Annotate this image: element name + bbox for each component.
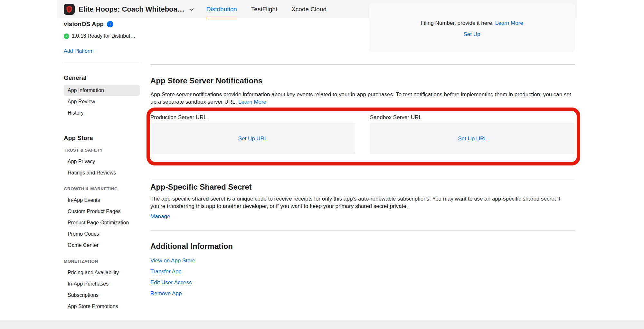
sidebar-item-subscriptions[interactable]: Subscriptions [64, 289, 140, 301]
group-label-monetization: MONETIZATION [64, 258, 140, 264]
general-nav: App Information App Review History [64, 85, 140, 118]
app-store-connect-page: Elite Hoops: Coach Whiteboa… Distributio… [0, 0, 644, 329]
group-label-trust-safety: TRUST & SAFETY [64, 147, 140, 153]
add-platform-link[interactable]: Add Platform [64, 48, 93, 54]
transfer-app-link[interactable]: Transfer App [150, 268, 195, 275]
sandbox-server-url-label: Sandbox Server URL [370, 114, 422, 121]
version-status: 1.0.13 Ready for Distribut… [72, 33, 135, 39]
monetization-nav: Pricing and Availability In-App Purchase… [64, 267, 140, 312]
server-notifications-learn-more-link[interactable]: Learn More [238, 99, 266, 105]
section-divider [150, 178, 575, 178]
sidebar-item-history[interactable]: History [64, 107, 140, 118]
sidebar-item-app-privacy[interactable]: App Privacy [64, 156, 140, 167]
server-notifications-text: App Store server notifications provide i… [150, 91, 571, 105]
sidebar-item-product-page-optimization[interactable]: Product Page Optimization [64, 217, 140, 228]
sidebar-item-in-app-purchases[interactable]: In-App Purchases [64, 278, 140, 289]
production-server-url-label: Production Server URL [150, 114, 207, 121]
sidebar-item-app-information[interactable]: App Information [64, 85, 140, 96]
sidebar: visionOS App + ✓ 1.0.13 Ready for Distri… [64, 18, 140, 312]
shared-secret-description: The app-specific shared secret is a uniq… [150, 195, 575, 210]
platform-header: visionOS App + [64, 20, 140, 28]
filing-set-up-link[interactable]: Set Up [464, 31, 480, 37]
trust-safety-nav: App Privacy Ratings and Reviews [64, 156, 140, 178]
add-platform-plus-icon[interactable]: + [107, 21, 113, 27]
general-heading: General [64, 74, 140, 82]
production-set-up-url-link[interactable]: Set Up URL [238, 136, 268, 142]
additional-information-title: Additional Information [150, 241, 233, 251]
section-divider [150, 230, 575, 231]
sidebar-item-app-review[interactable]: App Review [64, 96, 140, 107]
sandbox-server-url-box: Set Up URL [370, 123, 575, 154]
filing-number-card: Filing Number, provide it here. Learn Mo… [369, 3, 575, 52]
sandbox-set-up-url-link[interactable]: Set Up URL [458, 136, 487, 142]
server-notifications-description: App Store server notifications provide i… [150, 91, 575, 106]
manage-link[interactable]: Manage [150, 213, 170, 220]
view-on-app-store-link[interactable]: View on App Store [150, 257, 195, 264]
group-label-growth-marketing: GROWTH & MARKETING [64, 185, 140, 192]
checkmark-icon: ✓ [64, 33, 69, 39]
filing-number-label: Filing Number, provide it here. [421, 20, 494, 26]
growth-marketing-nav: In-App Events Custom Product Pages Produ… [64, 194, 140, 251]
sidebar-divider [64, 64, 140, 64]
sidebar-item-custom-product-pages[interactable]: Custom Product Pages [64, 206, 140, 217]
additional-links: View on App Store Transfer App Edit User… [150, 257, 195, 297]
platform-title: visionOS App [64, 21, 104, 28]
filing-number-text: Filing Number, provide it here. Learn Mo… [369, 20, 575, 27]
sidebar-item-app-store-promotions[interactable]: App Store Promotions [64, 301, 140, 312]
shared-secret-title: App-Specific Shared Secret [150, 182, 252, 192]
version-status-row[interactable]: ✓ 1.0.13 Ready for Distribut… [64, 32, 140, 40]
sidebar-item-promo-codes[interactable]: Promo Codes [64, 228, 140, 240]
production-server-url-box: Set Up URL [150, 123, 355, 154]
sidebar-item-game-center[interactable]: Game Center [64, 240, 140, 251]
server-notifications-title: App Store Server Notifications [150, 76, 262, 86]
edit-user-access-link[interactable]: Edit User Access [150, 279, 195, 286]
bottom-strip [0, 320, 644, 329]
filing-learn-more-link[interactable]: Learn More [495, 20, 523, 26]
remove-app-link[interactable]: Remove App [150, 290, 195, 297]
app-store-heading: App Store [64, 134, 140, 142]
app-icon [64, 4, 75, 15]
sidebar-item-in-app-events[interactable]: In-App Events [64, 194, 140, 206]
sidebar-item-ratings-reviews[interactable]: Ratings and Reviews [64, 167, 140, 178]
sidebar-item-pricing-availability[interactable]: Pricing and Availability [64, 267, 140, 278]
section-divider [150, 64, 575, 65]
